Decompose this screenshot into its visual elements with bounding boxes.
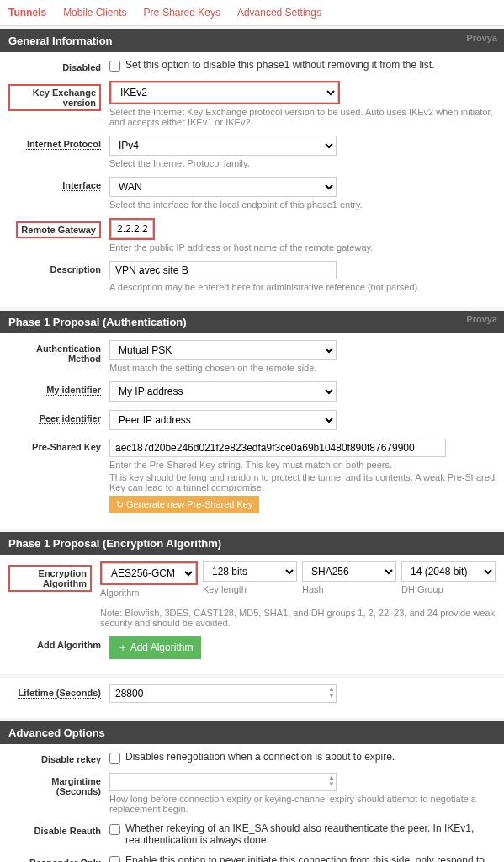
help-description: A description may be entered here for ad… [109, 282, 496, 292]
select-dh-group[interactable]: 14 (2048 bit) [401, 561, 496, 582]
select-key-exchange-version[interactable]: IKEv2 [111, 82, 338, 103]
spinner-icon[interactable]: ▲▼ [328, 774, 335, 788]
help-key-exchange-version: Select the Internet Key Exchange protoco… [109, 107, 496, 127]
label-interface: Interface [8, 177, 109, 190]
select-key-length[interactable]: 128 bits [203, 561, 297, 582]
help-margintime: How long before connection expiry or key… [109, 794, 496, 814]
section-advanced-options: Advanced Options [0, 721, 504, 744]
watermark: Provya [466, 33, 497, 43]
text-responder-only: Enable this option to never initiate thi… [125, 854, 496, 862]
tab-advanced-settings[interactable]: Advanced Settings [237, 7, 321, 19]
input-remote-gateway[interactable] [111, 220, 153, 238]
section-general-information: General Information Provya [0, 29, 504, 52]
select-my-identifier[interactable]: My IP address [109, 381, 337, 402]
input-pre-shared-key[interactable] [109, 439, 446, 457]
help-interface: Select the interface for the local endpo… [109, 200, 496, 210]
input-description[interactable] [109, 261, 337, 279]
label-margintime: Margintime (Seconds) [8, 773, 109, 796]
label-disabled: Disabled [8, 59, 109, 72]
checkbox-responder-only[interactable] [109, 856, 120, 862]
checkbox-disable-reauth[interactable] [109, 824, 120, 835]
help-psk-1: Enter the Pre-Shared Key string. This ke… [109, 460, 496, 470]
label-my-identifier: My identifier [8, 381, 109, 395]
label-responder-only: Responder Only [8, 854, 109, 862]
tab-bar: Tunnels Mobile Clients Pre-Shared Keys A… [0, 0, 504, 26]
sublabel-dh-group: DH Group [401, 584, 496, 594]
section-phase1-authentication: Phase 1 Proposal (Authentication) Provya [0, 311, 504, 333]
tab-preshared-keys[interactable]: Pre-Shared Keys [144, 7, 220, 19]
label-internet-protocol: Internet Protocol [8, 136, 109, 149]
label-encryption-algorithm: Encryption Algorithm [8, 565, 92, 592]
section-phase1-encryption: Phase 1 Proposal (Encryption Algorithm) [0, 532, 504, 555]
watermark: Provya [466, 314, 497, 324]
label-key-exchange-version: Key Exchange version [8, 84, 101, 111]
label-authentication-method: Authentication Method [8, 340, 109, 364]
sublabel-hash: Hash [302, 584, 396, 594]
label-description: Description [8, 261, 109, 274]
select-peer-identifier[interactable]: Peer IP address [109, 410, 337, 430]
note-weak-algorithms: Note: Blowfish, 3DES, CAST128, MD5, SHA1… [100, 608, 496, 628]
checkbox-disabled[interactable] [109, 61, 120, 72]
label-add-algorithm: Add Algorithm [8, 636, 109, 650]
label-remote-gateway: Remote Gateway [16, 221, 101, 238]
label-disable-rekey: Disable rekey [8, 751, 109, 764]
label-disable-reauth: Disable Reauth [8, 822, 109, 836]
input-lifetime[interactable] [109, 684, 337, 703]
select-hash[interactable]: SHA256 [302, 561, 396, 582]
input-margintime[interactable] [109, 773, 337, 791]
label-pre-shared-key: Pre-Shared Key [8, 439, 109, 452]
select-encryption-algorithm[interactable]: AES256-GCM [102, 563, 196, 583]
label-lifetime: Lifetime (Seconds) [8, 684, 109, 698]
text-disable-rekey: Disables renegotiation when a connection… [125, 751, 395, 763]
tab-mobile-clients[interactable]: Mobile Clients [63, 7, 126, 19]
tab-tunnels[interactable]: Tunnels [8, 7, 46, 19]
text-disable-reauth: Whether rekeying of an IKE_SA should als… [125, 822, 496, 846]
help-authentication-method: Must match the setting chosen on the rem… [109, 363, 496, 373]
help-psk-2: This key should be long and random to pr… [109, 472, 496, 492]
checkbox-disable-rekey[interactable] [109, 753, 120, 764]
help-internet-protocol: Select the Internet Protocol family. [109, 158, 496, 168]
select-interface[interactable]: WAN [109, 177, 337, 197]
sublabel-key-length: Key length [203, 584, 297, 594]
sublabel-algorithm: Algorithm [100, 588, 198, 598]
label-peer-identifier: Peer identifier [8, 410, 109, 423]
select-internet-protocol[interactable]: IPv4 [109, 136, 337, 156]
button-generate-psk[interactable]: ↻ Generate new Pre-Shared Key [109, 496, 259, 513]
help-remote-gateway: Enter the public IP address or host name… [109, 242, 496, 253]
select-authentication-method[interactable]: Mutual PSK [109, 340, 337, 360]
text-disabled: Set this option to disable this phase1 w… [125, 59, 435, 71]
button-add-algorithm[interactable]: ＋ Add Algorithm [109, 636, 201, 659]
spinner-icon[interactable]: ▲▼ [328, 686, 335, 700]
